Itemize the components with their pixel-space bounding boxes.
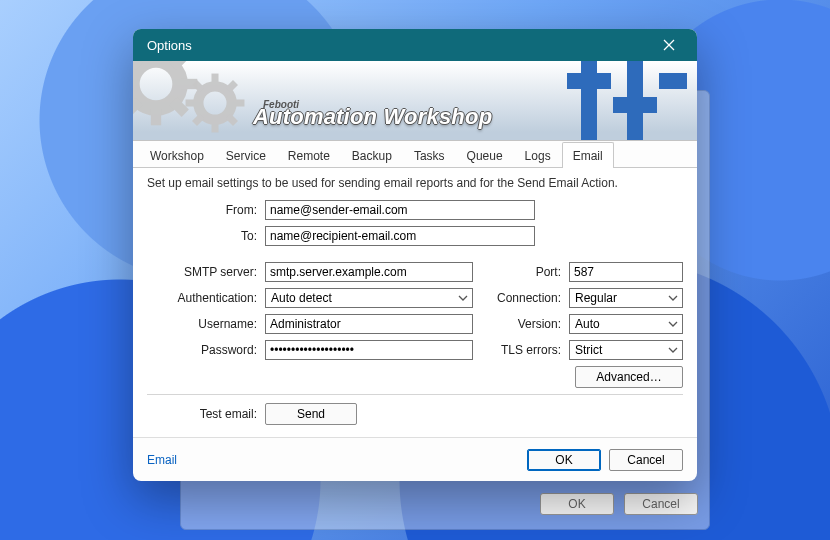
version-label: Version:: [497, 317, 569, 331]
svg-line-18: [228, 83, 236, 91]
background-cancel-button: Cancel: [624, 493, 698, 515]
smtp-input[interactable]: [265, 262, 473, 282]
dialog-footer: Email OK Cancel: [133, 437, 697, 481]
to-input[interactable]: [265, 226, 535, 246]
to-label: To:: [147, 229, 265, 243]
connection-label: Connection:: [497, 291, 569, 305]
svg-line-17: [228, 116, 236, 124]
tab-body: Set up email settings to be used for sen…: [133, 168, 697, 437]
port-label: Port:: [497, 265, 569, 279]
svg-rect-23: [613, 97, 657, 113]
connection-select-value: Regular: [575, 291, 617, 305]
auth-label: Authentication:: [147, 291, 265, 305]
chevron-down-icon: [668, 345, 678, 355]
tabs: Workshop Service Remote Backup Tasks Que…: [133, 141, 697, 168]
banner: Febooti Automation Workshop: [133, 61, 697, 141]
svg-rect-24: [659, 73, 687, 89]
chevron-down-icon: [458, 293, 468, 303]
smtp-label: SMTP server:: [147, 265, 265, 279]
connection-select[interactable]: Regular: [569, 288, 683, 308]
cancel-button[interactable]: Cancel: [609, 449, 683, 471]
tab-tasks[interactable]: Tasks: [403, 142, 456, 168]
testemail-label: Test email:: [147, 407, 265, 421]
tab-queue[interactable]: Queue: [456, 142, 514, 168]
brand-title: Automation Workshop: [253, 104, 492, 130]
tab-email[interactable]: Email: [562, 142, 614, 168]
chevron-down-icon: [668, 293, 678, 303]
desktop-background: OK Cancel Options Febooti Automation: [0, 0, 830, 540]
description-text: Set up email settings to be used for sen…: [147, 176, 683, 190]
tlserrors-select-value: Strict: [575, 343, 602, 357]
from-label: From:: [147, 203, 265, 217]
username-input[interactable]: [265, 314, 473, 334]
svg-line-9: [173, 61, 185, 67]
background-ok-button: OK: [540, 493, 614, 515]
password-label: Password:: [147, 343, 265, 357]
password-input[interactable]: [265, 340, 473, 360]
version-select-value: Auto: [575, 317, 600, 331]
ok-button[interactable]: OK: [527, 449, 601, 471]
svg-line-7: [133, 61, 139, 67]
close-button[interactable]: [651, 29, 687, 61]
svg-rect-22: [567, 73, 611, 89]
separator: [147, 394, 683, 395]
version-select[interactable]: Auto: [569, 314, 683, 334]
options-dialog: Options Febooti Automation Workshop: [133, 29, 697, 481]
gear-icon: [183, 71, 247, 135]
auth-select-value: Auto detect: [271, 291, 332, 305]
from-input[interactable]: [265, 200, 535, 220]
tlserrors-select[interactable]: Strict: [569, 340, 683, 360]
advanced-button[interactable]: Advanced…: [575, 366, 683, 388]
tab-logs[interactable]: Logs: [514, 142, 562, 168]
brand-mark-icon: [567, 61, 687, 141]
close-icon: [663, 39, 675, 51]
svg-line-19: [195, 116, 203, 124]
help-link[interactable]: Email: [147, 453, 177, 467]
tab-workshop[interactable]: Workshop: [139, 142, 215, 168]
svg-point-2: [133, 61, 180, 108]
username-label: Username:: [147, 317, 265, 331]
tab-remote[interactable]: Remote: [277, 142, 341, 168]
auth-select[interactable]: Auto detect: [265, 288, 473, 308]
svg-line-10: [133, 101, 139, 113]
tab-backup[interactable]: Backup: [341, 142, 403, 168]
port-input[interactable]: [569, 262, 683, 282]
tab-service[interactable]: Service: [215, 142, 277, 168]
chevron-down-icon: [668, 319, 678, 329]
svg-line-16: [195, 83, 203, 91]
send-button[interactable]: Send: [265, 403, 357, 425]
window-title: Options: [147, 38, 651, 53]
tlserrors-label: TLS errors:: [497, 343, 569, 357]
titlebar: Options: [133, 29, 697, 61]
svg-point-11: [198, 86, 231, 119]
